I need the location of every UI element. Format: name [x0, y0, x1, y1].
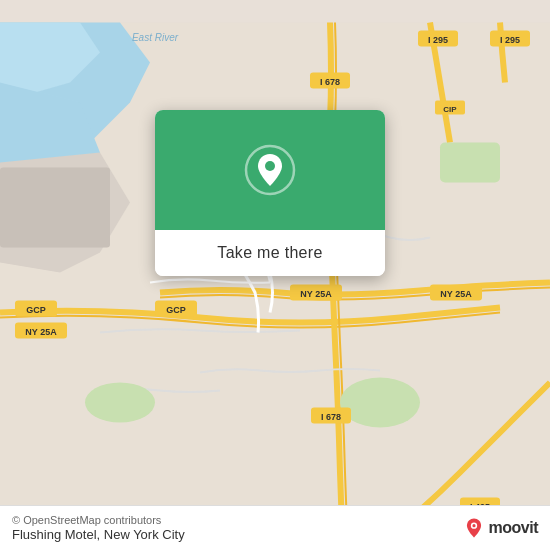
popup-green-section [155, 110, 385, 230]
svg-rect-5 [0, 168, 110, 248]
location-pin-icon [244, 144, 296, 196]
moovit-logo: moovit [463, 517, 538, 539]
svg-text:CIP: CIP [443, 105, 457, 114]
svg-text:NY 25A: NY 25A [440, 289, 472, 299]
moovit-pin-icon [463, 517, 485, 539]
svg-text:I 678: I 678 [321, 412, 341, 422]
map-container: GCP GCP NY 25A NY 25A NY 25A I 678 I 678… [0, 0, 550, 550]
svg-text:I 295: I 295 [500, 35, 520, 45]
svg-text:East River: East River [132, 32, 179, 43]
svg-rect-8 [440, 143, 500, 183]
svg-text:NY 25A: NY 25A [25, 327, 57, 337]
svg-point-6 [340, 378, 420, 428]
svg-text:I 295: I 295 [428, 35, 448, 45]
svg-text:NY 25A: NY 25A [300, 289, 332, 299]
svg-point-35 [265, 161, 275, 171]
svg-point-37 [472, 524, 475, 527]
svg-text:GCP: GCP [26, 305, 46, 315]
popup-card: Take me there [155, 110, 385, 276]
bottom-bar: © OpenStreetMap contributors Flushing Mo… [0, 505, 550, 550]
take-me-there-button[interactable]: Take me there [155, 230, 385, 276]
moovit-logo-text: moovit [489, 519, 538, 537]
svg-text:I 678: I 678 [320, 77, 340, 87]
svg-point-7 [85, 383, 155, 423]
map-attribution: © OpenStreetMap contributors [12, 514, 185, 526]
location-name: Flushing Motel, New York City [12, 527, 185, 542]
svg-text:GCP: GCP [166, 305, 186, 315]
